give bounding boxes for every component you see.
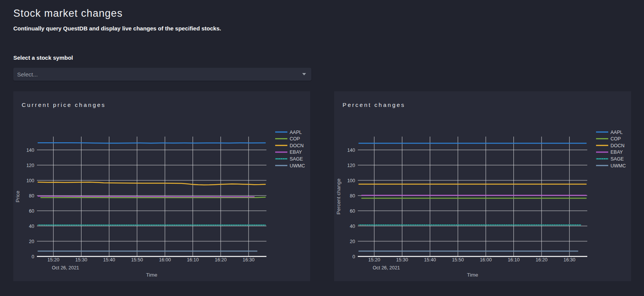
legend-label-UWMC: UWMC	[290, 163, 305, 169]
page-subtitle: Continually query QuestDB and display li…	[13, 25, 631, 32]
x-tick-label: 16:10	[187, 257, 199, 263]
legend-label-DOCN: DOCN	[290, 143, 304, 148]
legend-item-AAPL[interactable]: AAPL	[275, 130, 302, 135]
stock-select[interactable]: Select...	[13, 68, 311, 81]
percent-chart[interactable]: 02040608010012014015:2015:3015:4015:5016…	[334, 91, 631, 281]
x-tick-label: 16:00	[159, 257, 171, 263]
legend-label-AAPL: AAPL	[611, 130, 623, 135]
series-line-AAPL	[38, 143, 265, 143]
y-tick-label: 140	[26, 148, 34, 153]
legend-label-DOCN: DOCN	[611, 143, 625, 148]
legend-item-EBAY[interactable]: EBAY	[275, 150, 302, 155]
x-tick-label: 15:50	[452, 257, 464, 263]
y-tick-label: 0	[32, 254, 34, 259]
legend-label-AAPL: AAPL	[290, 130, 302, 135]
y-tick-label: 40	[350, 224, 355, 229]
y-tick-label: 140	[347, 148, 355, 153]
x-tick-label: 16:00	[480, 257, 492, 263]
legend-label-SAGE: SAGE	[290, 156, 303, 162]
plot-grid	[358, 137, 587, 256]
legend-label-COP: COP	[611, 136, 621, 142]
legend-item-SAGE[interactable]: SAGE	[596, 156, 624, 162]
legend-label-UWMC: UWMC	[611, 163, 626, 169]
y-tick-label: 80	[350, 193, 355, 199]
date-annotation: Oct 26, 2021	[52, 265, 79, 271]
x-tick-label: 15:30	[75, 257, 87, 263]
x-tick-label: 15:40	[424, 257, 436, 263]
x-tick-label: 15:20	[368, 257, 380, 263]
price-chart[interactable]: 02040608010012014015:2015:3015:4015:5016…	[13, 91, 310, 281]
stock-select-placeholder: Select...	[17, 71, 302, 78]
y-tick-label: 120	[347, 163, 355, 168]
x-tick-label: 15:30	[396, 257, 408, 263]
stock-select-label: Select a stock symbol	[13, 54, 631, 61]
series-line-EBAY	[38, 196, 254, 197]
y-tick-label: 100	[26, 178, 34, 183]
x-axis-title: Time	[146, 272, 158, 278]
y-tick-label: 100	[347, 178, 355, 183]
page-content: Stock market changes Continually query Q…	[0, 8, 644, 281]
legend-item-DOCN[interactable]: DOCN	[275, 143, 304, 148]
legend-item-UWMC[interactable]: UWMC	[275, 163, 305, 169]
y-axis-title: Percent change	[336, 178, 341, 215]
y-tick-label: 120	[26, 163, 34, 168]
legend-item-EBAY[interactable]: EBAY	[596, 150, 623, 155]
y-tick-label: 80	[29, 193, 34, 199]
legend-label-EBAY: EBAY	[290, 150, 302, 155]
legend-item-COP[interactable]: COP	[596, 136, 621, 142]
y-tick-label: 60	[29, 208, 34, 214]
page-title: Stock market changes	[13, 8, 631, 19]
legend-label-COP: COP	[290, 136, 300, 142]
x-tick-label: 16:20	[536, 257, 547, 263]
legend-item-AAPL[interactable]: AAPL	[596, 130, 623, 135]
y-tick-label: 40	[29, 224, 34, 229]
legend-item-DOCN[interactable]: DOCN	[596, 143, 625, 148]
percent-chart-panel: Percent changes 02040608010012014015:201…	[334, 91, 631, 281]
x-tick-label: 15:50	[131, 257, 143, 263]
legend-label-SAGE: SAGE	[611, 156, 624, 162]
x-tick-label: 15:40	[103, 257, 115, 263]
legend-label-EBAY: EBAY	[611, 150, 623, 155]
legend-item-SAGE[interactable]: SAGE	[275, 156, 303, 162]
x-axis-title: Time	[467, 272, 478, 278]
x-tick-label: 16:20	[215, 257, 226, 263]
y-tick-label: 20	[350, 239, 355, 244]
date-annotation: Oct 26, 2021	[373, 265, 400, 271]
legend-item-COP[interactable]: COP	[275, 136, 300, 142]
y-axis-title: Price	[15, 191, 21, 202]
legend-item-UWMC[interactable]: UWMC	[596, 163, 626, 169]
x-tick-label: 15:20	[48, 257, 59, 263]
x-tick-label: 16:10	[508, 257, 520, 263]
series-line-DOCN	[38, 182, 265, 185]
x-tick-label: 16:30	[242, 257, 254, 263]
y-tick-label: 0	[352, 254, 355, 259]
x-tick-label: 16:30	[563, 257, 575, 263]
price-chart-panel: Current price changes 020406080100120140…	[13, 91, 310, 281]
y-tick-label: 20	[29, 239, 34, 244]
caret-down-icon	[302, 73, 306, 75]
chart-panels-row: Current price changes 020406080100120140…	[13, 91, 631, 281]
y-tick-label: 60	[350, 208, 355, 214]
